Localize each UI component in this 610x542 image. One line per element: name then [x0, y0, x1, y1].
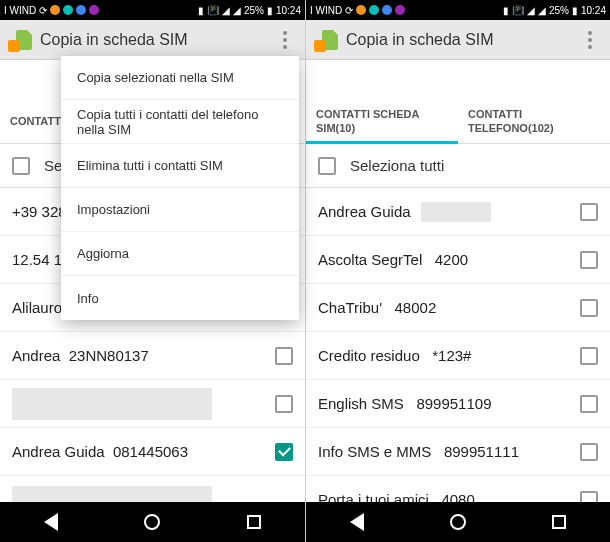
contact-checkbox[interactable]: [275, 443, 293, 461]
contact-row[interactable]: Porta i tuoi amici 4080: [306, 476, 610, 502]
navigation-bar: [306, 502, 610, 542]
notif-dot: [356, 5, 366, 15]
overflow-menu-button[interactable]: [578, 31, 602, 49]
vibrate-icon: 📳: [512, 5, 524, 16]
menu-item-info[interactable]: Info: [61, 276, 299, 320]
signal-icon: ◢: [527, 5, 535, 16]
app-title: Copia in scheda SIM: [40, 31, 273, 49]
contact-name: Andrea Guida: [318, 203, 411, 220]
contact-list: Andrea Guida Ascolta SegrTel 4200 ChaTri…: [306, 188, 610, 502]
contact-checkbox[interactable]: [580, 443, 598, 461]
home-button[interactable]: [448, 512, 468, 532]
contact-name: Credito residuo *123#: [318, 347, 572, 364]
contact-checkbox[interactable]: [580, 251, 598, 269]
tab-sim-contacts[interactable]: CONTATTI SCHEDA SIM(10): [306, 100, 458, 143]
select-all-label: Seleziona tutti: [350, 157, 444, 174]
app-title: Copia in scheda SIM: [346, 31, 578, 49]
contact-name: ChaTribu' 48002: [318, 299, 572, 316]
contact-checkbox[interactable]: [580, 347, 598, 365]
tab-phone-contacts[interactable]: CONTATTI TELEFONO(102): [458, 100, 610, 143]
overflow-menu: Copia selezionati nella SIM Copia tutti …: [61, 56, 299, 320]
contact-row[interactable]: Ascolta SegrTel 4200: [306, 236, 610, 284]
signal-icon: ◢: [233, 5, 241, 16]
clock-label: 10:24: [276, 5, 301, 16]
tab-bar: CONTATTI SCHEDA SIM(10) CONTATTI TELEFON…: [306, 100, 610, 144]
contact-checkbox[interactable]: [275, 395, 293, 413]
battery-label: 25%: [549, 5, 569, 16]
redacted-number: [421, 202, 491, 222]
tab-label-line1: CONTATTI: [468, 108, 554, 121]
contact-name: Andrea Guida 081445063: [12, 443, 267, 460]
contact-checkbox[interactable]: [580, 203, 598, 221]
notif-dot: [50, 5, 60, 15]
notif-dot: [63, 5, 73, 15]
tab-label-line2: SIM(10): [316, 122, 419, 135]
menu-item-delete-all[interactable]: Elimina tutti i contatti SIM: [61, 144, 299, 188]
contact-row[interactable]: English SMS 899951109: [306, 380, 610, 428]
carrier-label: I WIND: [4, 5, 36, 16]
signal-icon: ◢: [222, 5, 230, 16]
menu-item-settings[interactable]: Impostazioni: [61, 188, 299, 232]
contact-row[interactable]: [0, 380, 305, 428]
home-button[interactable]: [142, 512, 162, 532]
notif-dot: [89, 5, 99, 15]
app-bar: Copia in scheda SIM: [306, 20, 610, 60]
notif-dot: [395, 5, 405, 15]
redacted-contact: [12, 486, 212, 503]
contact-row[interactable]: Andrea 23NN80137: [0, 332, 305, 380]
sync-icon: ⟳: [39, 5, 47, 16]
notif-dot: [76, 5, 86, 15]
navigation-bar: [0, 502, 305, 542]
tab-label-line2: TELEFONO(102): [468, 122, 554, 135]
carrier-label: I WIND: [310, 5, 342, 16]
contact-checkbox[interactable]: [580, 491, 598, 503]
menu-item-copy-selected[interactable]: Copia selezionati nella SIM: [61, 56, 299, 100]
contact-row[interactable]: Credito residuo *123#: [306, 332, 610, 380]
status-bar: I WIND ⟳ ▮ 📳 ◢ ◢ 25% ▮ 10:24: [306, 0, 610, 20]
battery-icon: ▮: [267, 5, 273, 16]
back-button[interactable]: [41, 512, 61, 532]
signal-icon: ◢: [538, 5, 546, 16]
contact-name: Porta i tuoi amici 4080: [318, 491, 572, 502]
back-button[interactable]: [347, 512, 367, 532]
status-bar: I WIND ⟳ ▮ 📳 ◢ ◢ 25% ▮ 10:24: [0, 0, 305, 20]
select-all-checkbox[interactable]: [12, 157, 30, 175]
notif-dot: [382, 5, 392, 15]
nfc-icon: ▮: [503, 5, 509, 16]
nfc-icon: ▮: [198, 5, 204, 16]
recent-button[interactable]: [244, 512, 264, 532]
vibrate-icon: 📳: [207, 5, 219, 16]
recent-button[interactable]: [549, 512, 569, 532]
contact-name: English SMS 899951109: [318, 395, 572, 412]
contact-name: Andrea 23NN80137: [12, 347, 267, 364]
contact-row[interactable]: Andrea Guida: [306, 188, 610, 236]
overflow-menu-button[interactable]: [273, 31, 297, 49]
notif-dot: [369, 5, 379, 15]
select-all-checkbox[interactable]: [318, 157, 336, 175]
ad-space: [306, 60, 610, 100]
contact-row[interactable]: [0, 476, 305, 502]
app-bar: Copia in scheda SIM: [0, 20, 305, 60]
app-icon: [314, 28, 338, 52]
contact-checkbox[interactable]: [580, 299, 598, 317]
menu-item-refresh[interactable]: Aggiorna: [61, 232, 299, 276]
clock-label: 10:24: [581, 5, 606, 16]
sync-icon: ⟳: [345, 5, 353, 16]
select-all-row[interactable]: Seleziona tutti: [306, 144, 610, 188]
contact-row[interactable]: Info SMS e MMS 899951111: [306, 428, 610, 476]
battery-label: 25%: [244, 5, 264, 16]
app-icon: [8, 28, 32, 52]
contact-row[interactable]: ChaTribu' 48002: [306, 284, 610, 332]
contact-name: Info SMS e MMS 899951111: [318, 443, 572, 460]
contact-checkbox[interactable]: [275, 347, 293, 365]
redacted-contact: [12, 388, 212, 420]
tab-label-line1: CONTATTI SCHEDA: [316, 108, 419, 121]
battery-icon: ▮: [572, 5, 578, 16]
contact-row[interactable]: Andrea Guida 081445063: [0, 428, 305, 476]
contact-checkbox[interactable]: [580, 395, 598, 413]
contact-name: Ascolta SegrTel 4200: [318, 251, 572, 268]
menu-item-copy-all[interactable]: Copia tutti i contatti del telefono nell…: [61, 100, 299, 144]
